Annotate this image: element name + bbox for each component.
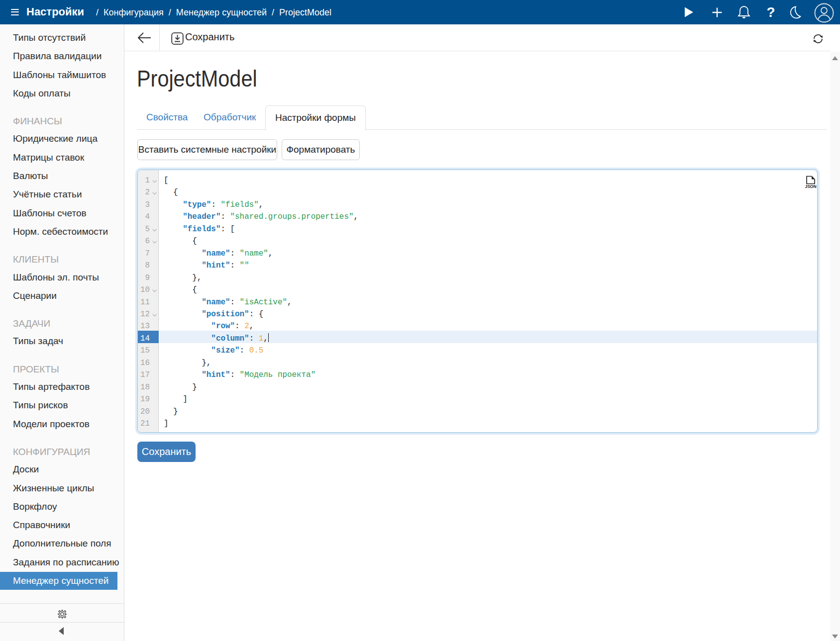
svg-text:JSON: JSON [805, 184, 816, 188]
